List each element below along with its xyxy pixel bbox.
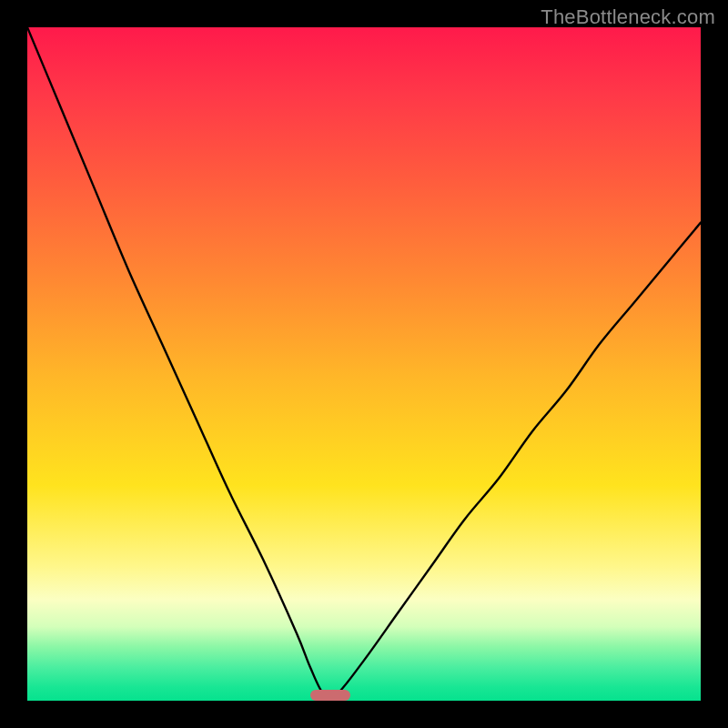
bottleneck-curve-path: [27, 27, 701, 698]
chart-frame: TheBottleneck.com: [0, 0, 728, 728]
minimum-marker: [310, 690, 350, 701]
plot-area: [27, 27, 701, 701]
curve-svg: [27, 27, 701, 701]
watermark-text: TheBottleneck.com: [541, 5, 715, 29]
